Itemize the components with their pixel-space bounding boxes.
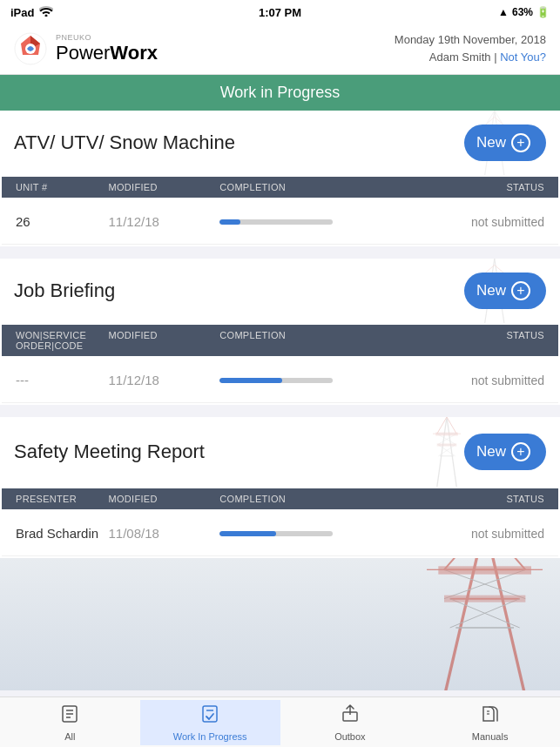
nav-item-outbox[interactable]: Outbox bbox=[280, 700, 421, 745]
status-left: iPad bbox=[10, 6, 53, 19]
presenter-cell: Brad Schardin bbox=[16, 526, 108, 541]
progress-bar-bg-3 bbox=[219, 531, 333, 536]
col-modified-header-2: MODIFIED bbox=[108, 330, 219, 351]
app-logo-icon bbox=[14, 32, 47, 65]
atv-table-header: UNIT # MODIFIED COMPLETION STATUS bbox=[2, 177, 558, 198]
manuals-icon bbox=[480, 703, 501, 730]
logo-power: Power bbox=[56, 42, 110, 64]
col-presenter-header: PRESENTER bbox=[16, 494, 108, 504]
section-safety-title: Safety Meeting Report bbox=[14, 441, 205, 463]
all-icon bbox=[59, 703, 80, 730]
brand-label: PNEUKO bbox=[56, 33, 158, 42]
page-banner: Work in Progress bbox=[0, 75, 560, 111]
col-modified-header-3: MODIFIED bbox=[108, 494, 219, 504]
device-label: iPad bbox=[10, 6, 34, 19]
nav-all-label: All bbox=[64, 731, 75, 742]
modified-cell-3: 11/08/18 bbox=[108, 526, 219, 541]
new-safety-button[interactable]: New + bbox=[464, 434, 546, 470]
wifi-icon bbox=[39, 6, 53, 19]
safety-table: PRESENTER MODIFIED COMPLETION STATUS Bra… bbox=[0, 487, 560, 558]
svg-line-35 bbox=[437, 417, 447, 434]
table-row[interactable]: Brad Schardin 11/08/18 not submitted bbox=[2, 511, 558, 556]
status-right: ▲ 63% 🔋 bbox=[498, 6, 550, 18]
svg-line-33 bbox=[438, 445, 455, 456]
new-job-label: New bbox=[476, 282, 506, 299]
banner-title: Work in Progress bbox=[220, 84, 341, 101]
progress-bar-fill-2 bbox=[219, 378, 282, 383]
app-name: PowerWorx bbox=[56, 42, 158, 64]
svg-rect-60 bbox=[203, 706, 217, 722]
svg-line-34 bbox=[438, 445, 455, 456]
svg-line-26 bbox=[437, 417, 447, 487]
nav-item-manuals[interactable]: Manuals bbox=[420, 700, 560, 745]
wip-icon bbox=[199, 703, 220, 730]
completion-cell bbox=[219, 219, 405, 225]
content-area: ATV/ UTV/ Snow Machine New + UNIT # MODI… bbox=[0, 111, 560, 690]
outbox-icon bbox=[340, 703, 361, 730]
table-row[interactable]: --- 11/12/18 not submitted bbox=[2, 358, 558, 403]
svg-line-41 bbox=[444, 558, 485, 690]
status-cell-2: not submitted bbox=[405, 374, 544, 387]
won-cell: --- bbox=[16, 373, 108, 387]
svg-line-32 bbox=[437, 434, 456, 445]
job-table-header: WON|SERVICE ORDER|CODE MODIFIED COMPLETI… bbox=[2, 325, 558, 356]
col-completion-header-2: COMPLETION bbox=[219, 330, 405, 351]
nav-outbox-label: Outbox bbox=[334, 731, 365, 742]
section-atv-title: ATV/ UTV/ Snow Machine bbox=[14, 131, 235, 154]
section-atv-header: ATV/ UTV/ Snow Machine New + bbox=[0, 111, 560, 175]
section-job: Job Briefing New + WON|SERVICE ORDER|COD… bbox=[0, 259, 560, 405]
section-safety-header: Safety Meeting Report New + bbox=[0, 417, 560, 487]
col-unit-header: UNIT # bbox=[16, 182, 108, 192]
svg-line-36 bbox=[447, 417, 456, 434]
svg-line-31 bbox=[437, 434, 456, 445]
user-name: Adam Smith bbox=[429, 50, 491, 64]
svg-line-42 bbox=[484, 558, 525, 690]
status-bar: iPad 1:07 PM ▲ 63% 🔋 bbox=[0, 0, 560, 24]
progress-bar-bg bbox=[219, 219, 333, 225]
col-status-header-3: STATUS bbox=[405, 494, 544, 504]
tower-image-area bbox=[0, 558, 560, 690]
section-safety: Safety Meeting Report New + PRESENTER MO… bbox=[0, 417, 560, 690]
date-info: Monday 19th November, 2018 bbox=[395, 31, 546, 49]
battery-icon: 🔋 bbox=[536, 6, 550, 18]
nav-item-all[interactable]: All bbox=[0, 700, 140, 745]
plus-icon-3: + bbox=[511, 442, 530, 461]
section-job-title: Job Briefing bbox=[14, 279, 115, 302]
plus-icon-2: + bbox=[511, 281, 530, 300]
new-atv-button[interactable]: New + bbox=[464, 124, 546, 161]
logo-text-container: PNEUKO PowerWorx bbox=[56, 33, 158, 64]
svg-rect-53 bbox=[444, 596, 525, 602]
section-atv: ATV/ UTV/ Snow Machine New + UNIT # MODI… bbox=[0, 111, 560, 246]
atv-table: UNIT # MODIFIED COMPLETION STATUS 26 11/… bbox=[0, 175, 560, 246]
battery-percent: 63% bbox=[512, 6, 533, 18]
logo-container: PNEUKO PowerWorx bbox=[14, 32, 158, 65]
nav-wip-label: Work In Progress bbox=[173, 731, 247, 742]
col-status-header: STATUS bbox=[405, 182, 544, 192]
table-row[interactable]: 26 11/12/18 not submitted bbox=[2, 199, 558, 245]
job-table: WON|SERVICE ORDER|CODE MODIFIED COMPLETI… bbox=[0, 323, 560, 405]
nav-manuals-label: Manuals bbox=[472, 731, 509, 742]
svg-rect-37 bbox=[435, 433, 458, 436]
progress-bar-fill-3 bbox=[219, 531, 276, 536]
svg-rect-52 bbox=[438, 566, 531, 574]
unit-cell: 26 bbox=[16, 214, 108, 229]
user-info: Adam Smith | Not You? bbox=[395, 49, 546, 66]
logo-worx: Worx bbox=[110, 42, 158, 64]
new-safety-label: New bbox=[476, 443, 506, 461]
location-icon: ▲ bbox=[498, 6, 509, 18]
completion-cell-2 bbox=[219, 378, 405, 383]
col-status-header-2: STATUS bbox=[405, 330, 544, 351]
safety-table-header: PRESENTER MODIFIED COMPLETION STATUS bbox=[2, 488, 558, 509]
status-cell: not submitted bbox=[405, 215, 544, 229]
tower-large-icon bbox=[427, 558, 543, 690]
new-atv-label: New bbox=[476, 134, 506, 151]
plus-icon: + bbox=[511, 133, 530, 152]
new-job-button[interactable]: New + bbox=[464, 273, 546, 309]
col-completion-header: COMPLETION bbox=[219, 182, 405, 192]
col-completion-header-3: COMPLETION bbox=[219, 494, 405, 504]
time-display: 1:07 PM bbox=[259, 6, 301, 19]
header-info: Monday 19th November, 2018 Adam Smith | … bbox=[395, 31, 546, 65]
nav-item-wip[interactable]: Work In Progress bbox=[140, 700, 280, 745]
not-you-link[interactable]: Not You? bbox=[500, 50, 546, 64]
svg-rect-38 bbox=[437, 443, 456, 446]
